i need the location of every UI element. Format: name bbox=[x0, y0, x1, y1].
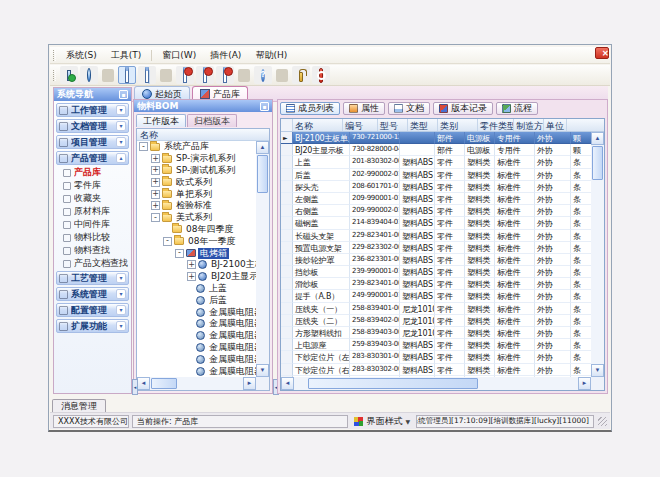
tree-node[interactable]: 金属膜电阻器 bbox=[137, 318, 256, 330]
expand-toggle-icon[interactable] bbox=[187, 319, 194, 328]
expand-toggle-icon[interactable] bbox=[151, 201, 160, 210]
sidebar-item[interactable]: 物料比较 bbox=[56, 232, 129, 243]
sidebar-item[interactable]: 中间件库 bbox=[56, 219, 129, 230]
tree-node[interactable]: SP-演示机系列 bbox=[137, 153, 256, 165]
expand-toggle-icon[interactable] bbox=[187, 367, 194, 376]
sidebar-item[interactable]: 工艺管理 bbox=[56, 271, 129, 285]
table-row[interactable]: 上盖 201-830302-00X 塑料ABS 零件 塑料类 标准件 外协 条 bbox=[281, 156, 591, 168]
expand-toggle-icon[interactable] bbox=[187, 284, 194, 293]
table-row[interactable]: 方形塑料线扣 258-839403-00X 尼龙1010 零件 塑料类 标准件 … bbox=[281, 327, 591, 339]
grid-column-header[interactable]: 类别 bbox=[438, 119, 478, 131]
grid-column-header[interactable]: 制造方式 bbox=[514, 119, 544, 131]
tree-node[interactable]: 金属膜电阻器 bbox=[137, 365, 256, 377]
expand-toggle-icon[interactable] bbox=[187, 355, 194, 364]
expand-toggle-icon[interactable] bbox=[187, 272, 196, 281]
ui-style-dropdown[interactable]: 界面样式 ▼ bbox=[351, 415, 413, 428]
tree-version-tab[interactable]: 归档版本 bbox=[187, 114, 237, 127]
tree-vertical-scrollbar[interactable]: ▲ ▼ bbox=[256, 141, 269, 377]
expand-toggle-icon[interactable] bbox=[151, 213, 160, 222]
expand-toggle-icon[interactable] bbox=[187, 343, 194, 352]
scroll-left-icon[interactable]: ◄ bbox=[281, 377, 294, 390]
table-tab[interactable]: 版本记录 bbox=[433, 102, 493, 115]
toolbar-grip[interactable] bbox=[53, 70, 56, 81]
grid-column-header[interactable]: 单位 bbox=[544, 119, 567, 131]
tree-node[interactable]: 后盖 bbox=[137, 294, 256, 306]
table-row[interactable]: 压线夹（一） 258-839401-00X 尼龙1010 零件 塑料类 标准件 … bbox=[281, 303, 591, 315]
message-management-tab[interactable]: 消息管理 bbox=[52, 399, 106, 412]
toolbar-icon[interactable] bbox=[138, 66, 156, 84]
scroll-left-icon[interactable]: ◄ bbox=[137, 377, 150, 390]
toolbar-icon[interactable] bbox=[80, 66, 98, 84]
table-row[interactable]: 下纱定位片（左） 283-830301-00X 塑料ABS 零件 塑料类 标准件… bbox=[281, 351, 591, 363]
chevron-icon[interactable] bbox=[116, 305, 126, 315]
table-tab[interactable]: 文档 bbox=[388, 102, 430, 115]
table-row[interactable]: 右侧盖 209-990002-01X 塑料ABS 零件 塑料类 标准件 外协 条 bbox=[281, 205, 591, 217]
table-row[interactable]: 接纱轮护罩 236-823301-00X 塑料ABS 零件 塑料类 标准件 外协… bbox=[281, 254, 591, 266]
chevron-icon[interactable] bbox=[116, 153, 126, 163]
tree-node[interactable]: 08年四季度 bbox=[137, 224, 256, 236]
tree-node[interactable]: 电烤箱 bbox=[137, 247, 256, 259]
grid-column-header[interactable]: 名称 bbox=[293, 119, 343, 131]
table-row[interactable]: BJ20主显示板 730-828000-04X 部件 电源板 专用件 外协 颗 bbox=[281, 144, 591, 156]
sidebar-item[interactable]: 项目管理 bbox=[56, 135, 129, 149]
expand-toggle-icon[interactable] bbox=[151, 190, 160, 199]
toolbar-icon[interactable] bbox=[102, 69, 114, 82]
scrollbar-thumb[interactable] bbox=[308, 378, 478, 389]
expand-toggle-icon[interactable] bbox=[187, 296, 194, 305]
scroll-right-icon[interactable]: ► bbox=[243, 377, 256, 390]
toolbar-icon[interactable] bbox=[196, 66, 214, 84]
scrollbar-thumb[interactable] bbox=[151, 378, 177, 389]
toolbar-icon[interactable] bbox=[312, 66, 330, 84]
tree-node[interactable]: 系统产品库 bbox=[137, 141, 256, 153]
grid-column-header[interactable]: 零件类型 bbox=[478, 119, 514, 131]
expand-toggle-icon[interactable] bbox=[151, 178, 160, 187]
scrollbar-thumb[interactable] bbox=[592, 146, 603, 180]
expand-toggle-icon[interactable] bbox=[187, 308, 194, 317]
tree-node[interactable]: 金属膜电阻器 bbox=[137, 342, 256, 354]
menu-item[interactable]: 工具(T) bbox=[104, 47, 149, 64]
expand-toggle-icon[interactable] bbox=[151, 154, 160, 163]
sidebar-item[interactable]: 文档管理 bbox=[56, 119, 129, 133]
tree-version-tab[interactable]: 工作版本 bbox=[136, 114, 186, 127]
table-row[interactable]: 左侧盖 209-990001-01X 塑料ABS 零件 塑料类 标准件 外协 条 bbox=[281, 193, 591, 205]
sidebar-item[interactable]: 原材料库 bbox=[56, 206, 129, 217]
expand-toggle-icon[interactable] bbox=[187, 260, 196, 269]
toolbar-icon[interactable] bbox=[238, 69, 250, 82]
sidebar-item[interactable]: 配置管理 bbox=[56, 303, 129, 317]
scroll-down-icon[interactable]: ▼ bbox=[591, 364, 604, 377]
expand-toggle-icon[interactable] bbox=[187, 331, 194, 340]
table-horizontal-scrollbar[interactable]: ◄ ► bbox=[281, 377, 591, 390]
table-tab[interactable]: 成员列表 bbox=[280, 102, 340, 115]
close-document-icon[interactable]: ✕ bbox=[595, 47, 609, 59]
menu-item[interactable] bbox=[151, 50, 152, 61]
scroll-down-icon[interactable]: ▼ bbox=[256, 364, 269, 377]
toolbar-icon[interactable] bbox=[292, 66, 310, 84]
sidebar-item[interactable]: 扩展功能 bbox=[56, 319, 129, 333]
tree-node[interactable]: 08年一季度 bbox=[137, 235, 256, 247]
table-row[interactable]: 预置电源支架 229-823302-00X 塑料ABS 零件 塑料类 标准件 外… bbox=[281, 242, 591, 254]
table-row[interactable]: 下纱定位片（右） 283-830302-00X 塑料ABS 零件 塑料类 标准件… bbox=[281, 364, 591, 376]
toolbar-icon[interactable] bbox=[176, 66, 194, 84]
toolbar-icon[interactable] bbox=[254, 66, 272, 84]
tree-node[interactable]: 金属膜电阻器 bbox=[137, 330, 256, 342]
sidebar-item[interactable]: 系统管理 bbox=[56, 287, 129, 301]
table-row[interactable]: 磁钢盖 214-839404-01X 塑料ABS 零件 塑料类 标准件 外协 条 bbox=[281, 217, 591, 229]
menu-item[interactable]: 插件(A) bbox=[203, 47, 248, 64]
expand-toggle-icon[interactable] bbox=[175, 249, 184, 258]
tree-node[interactable]: 金属膜电阻器 bbox=[137, 353, 256, 365]
table-vertical-scrollbar[interactable]: ▲ ▼ bbox=[591, 132, 604, 377]
tree-node[interactable]: SP-测试机系列 bbox=[137, 165, 256, 177]
menu-item[interactable]: 系统(S) bbox=[59, 47, 104, 64]
menubar-grip[interactable] bbox=[53, 50, 56, 61]
table-row[interactable]: 探头壳 208-601701-01X 塑料ABS 零件 塑料类 标准件 外协 条 bbox=[281, 181, 591, 193]
splitter-collapse-button[interactable] bbox=[132, 379, 138, 395]
sidebar-item[interactable]: 收藏夹 bbox=[56, 193, 129, 204]
table-row[interactable]: 压线夹（二） 258-839402-00X 尼龙1010 零件 塑料类 标准件 … bbox=[281, 315, 591, 327]
table-row[interactable]: 提手（A.B） 249-990001-01X 塑料ABS 零件 塑料类 标准件 … bbox=[281, 290, 591, 302]
menu-item[interactable]: 帮助(H) bbox=[248, 47, 294, 64]
tree-node[interactable]: BJ-2100主板单点 bbox=[137, 259, 256, 271]
tree-node[interactable]: 美式系列 bbox=[137, 212, 256, 224]
expand-toggle-icon[interactable] bbox=[139, 142, 148, 151]
chevron-icon[interactable] bbox=[116, 137, 126, 147]
tree-horizontal-scrollbar[interactable]: ◄ ► bbox=[137, 377, 256, 390]
